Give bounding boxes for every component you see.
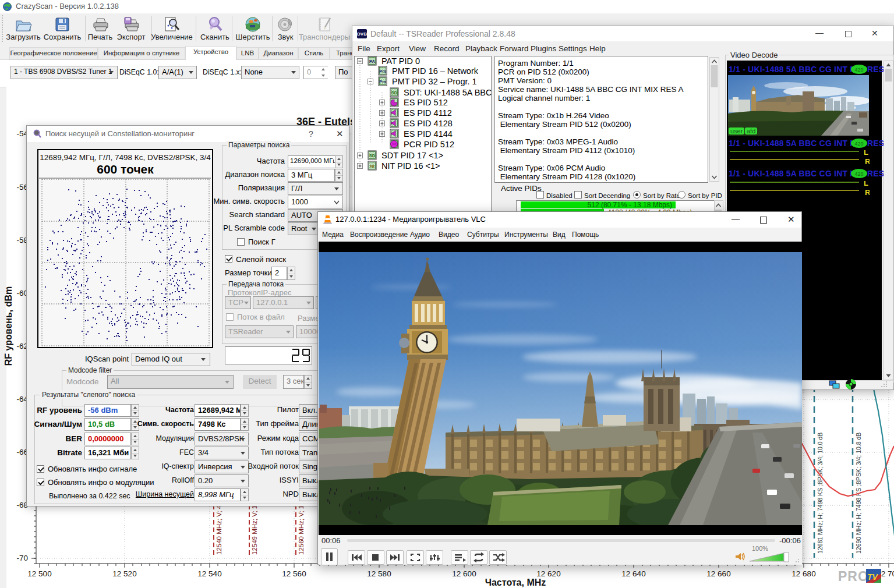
svg-text:R: R [865, 188, 870, 197]
svg-text:12 600: 12 600 [452, 569, 476, 578]
svg-text:12 680: 12 680 [791, 569, 815, 578]
svg-text:Частота, MHz: Частота, MHz [485, 578, 546, 587]
svg-text:L: L [864, 150, 868, 157]
svg-text:12 500: 12 500 [27, 569, 51, 578]
svg-text:420: 420 [854, 141, 863, 147]
svg-text:12 640: 12 640 [621, 569, 645, 578]
svg-text:PRO: PRO [838, 569, 869, 584]
svg-text:12681 MHz; H; 7498 KS ;8PSK; 3: 12681 MHz; H; 7498 KS ;8PSK; 3/4; 10.0 d… [817, 433, 824, 554]
svg-text:420: 420 [854, 67, 863, 73]
svg-text:R: R [865, 157, 870, 166]
svg-text:12 560: 12 560 [282, 569, 306, 578]
svg-text:RF уровень, dBm: RF уровень, dBm [3, 286, 13, 366]
svg-text:TV: TV [867, 572, 879, 582]
svg-text:12 540: 12 540 [197, 569, 221, 578]
svg-text:420: 420 [854, 171, 863, 177]
svg-text:L: L [864, 181, 868, 187]
svg-text:12 580: 12 580 [367, 569, 391, 578]
svg-text:-70: -70 [16, 554, 28, 562]
svg-text:12 520: 12 520 [112, 569, 136, 578]
svg-text:12 660: 12 660 [706, 569, 730, 578]
svg-text:12 620: 12 620 [536, 569, 560, 578]
